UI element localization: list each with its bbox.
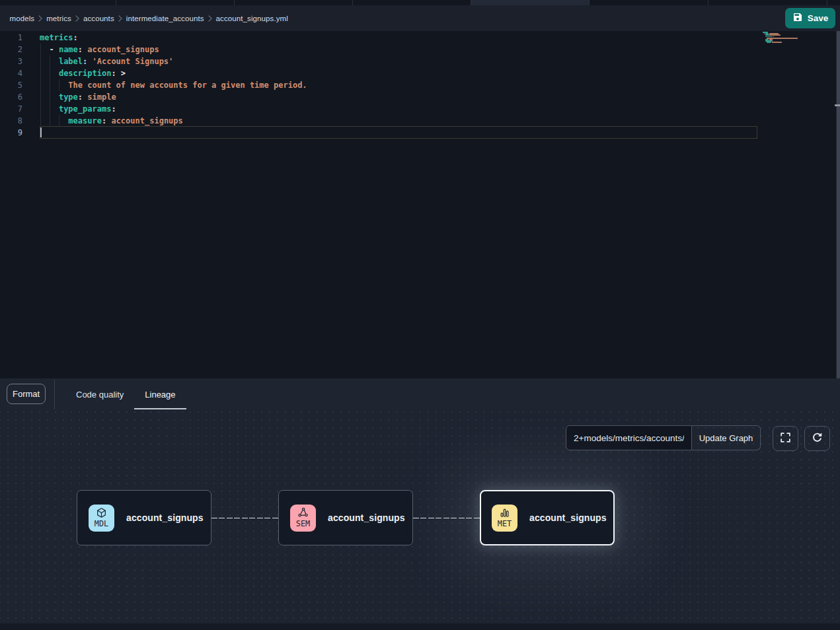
line-number: 2 <box>0 44 22 55</box>
refresh-icon <box>812 432 823 445</box>
file-tab-0[interactable] <box>0 0 116 5</box>
node-label: account_signups <box>126 512 204 523</box>
file-tab-strip <box>0 0 840 5</box>
file-tab-3[interactable] <box>353 0 471 5</box>
code-line-text: type_params: <box>40 103 116 115</box>
breadcrumb: modelsmetricsaccountsintermediate_accoun… <box>0 15 288 22</box>
code-line-6[interactable]: 6 type: simple <box>0 91 758 103</box>
line-number: 8 <box>0 115 22 127</box>
file-tab-4[interactable] <box>471 0 589 5</box>
node-badge-label: MET <box>498 519 512 528</box>
lineage-edge <box>211 518 278 519</box>
fullscreen-icon <box>780 432 791 445</box>
breadcrumb-item-accounts[interactable]: accounts <box>83 15 114 22</box>
semantic-network-icon <box>297 507 309 518</box>
breadcrumb-item-account_signups.yml[interactable]: account_signups.yml <box>216 15 288 22</box>
minimap-line <box>767 42 771 43</box>
save-button-label: Save <box>808 13 829 23</box>
editor-cursor-marker <box>835 104 840 106</box>
node-label: account_signups <box>529 512 607 523</box>
line-number: 1 <box>0 32 22 44</box>
minimap-line <box>765 34 769 36</box>
minimap-line <box>764 33 765 34</box>
update-graph-button[interactable]: Update Graph <box>692 425 761 450</box>
node-badge-mdl: MDL <box>89 505 114 532</box>
dbt-ide-app: modelsmetricsaccountsintermediate_accoun… <box>0 0 840 630</box>
code-editor[interactable]: 1metrics:2 - name: account_signups3 labe… <box>0 31 840 378</box>
node-label: account_signups <box>328 512 405 523</box>
code-line-8[interactable]: 8 measure: account_signups <box>0 115 758 127</box>
breadcrumb-item-metrics[interactable]: metrics <box>46 15 71 22</box>
code-line-7[interactable]: 7 type_params: <box>0 103 758 115</box>
node-badge-label: MDL <box>95 519 108 528</box>
lineage-canvas[interactable]: Update Graph MDLaccount_signupsSEMaccoun… <box>0 411 840 630</box>
file-tab-5[interactable] <box>590 0 708 5</box>
code-line-text: label: 'Account Signups' <box>40 55 173 67</box>
breadcrumb-item-intermediate_accounts[interactable]: intermediate_accounts <box>126 15 204 22</box>
text-cursor <box>40 127 42 137</box>
graph-toolbar: Update Graph <box>566 425 761 450</box>
minimap-line <box>769 34 780 36</box>
breadcrumb-chevron-icon <box>118 15 122 22</box>
line-number: 9 <box>0 127 22 139</box>
code-line-2[interactable]: 2 - name: account_signups <box>0 44 758 55</box>
line-number: 7 <box>0 103 22 115</box>
minimap-line <box>772 42 781 43</box>
fullscreen-button[interactable] <box>773 426 798 451</box>
code-line-1[interactable]: 1metrics: <box>0 32 758 44</box>
line-number: 3 <box>0 55 22 67</box>
code-line-text: measure: account_signups <box>40 115 183 127</box>
model-cube-icon <box>96 507 107 518</box>
panel-tab-lineage[interactable]: Lineage <box>134 378 186 410</box>
code-line-text: type: simple <box>40 91 116 103</box>
bottom-panel: Format Code qualityLineage Update Graph … <box>0 378 840 630</box>
bottom-strip <box>0 623 840 630</box>
breadcrumb-chevron-icon <box>75 15 79 22</box>
code-line-4[interactable]: 4 description: > <box>0 67 758 79</box>
code-line-text: metrics: <box>40 32 78 44</box>
line-number: 4 <box>0 67 22 79</box>
panel-header: Format Code qualityLineage <box>0 378 840 411</box>
line-number: 5 <box>0 79 22 91</box>
file-tab-2[interactable] <box>235 0 352 5</box>
lineage-node-mdl[interactable]: MDLaccount_signups <box>77 490 211 545</box>
node-badge-met: MET <box>492 505 517 532</box>
lineage-node-sem[interactable]: SEMaccount_signups <box>278 490 413 545</box>
breadcrumb-chevron-icon <box>38 15 42 22</box>
code-line-3[interactable]: 3 label: 'Account Signups' <box>0 55 758 67</box>
line-number: 6 <box>0 91 22 103</box>
breadcrumb-bar: modelsmetricsaccountsintermediate_accoun… <box>0 5 840 31</box>
lineage-edge <box>413 518 480 519</box>
save-icon <box>792 12 803 24</box>
metric-bars-icon <box>499 507 510 518</box>
file-tab-1[interactable] <box>116 0 234 5</box>
current-line-highlight <box>40 126 757 139</box>
minimap-line <box>769 34 769 36</box>
code-line-text: - name: account_signups <box>40 44 159 55</box>
code-line-5[interactable]: 5 The count of new accounts for a given … <box>0 79 758 91</box>
code-line-text: description: > <box>40 67 126 79</box>
editor-scrollbar[interactable] <box>837 31 840 378</box>
minimap[interactable] <box>758 31 836 378</box>
panel-tabs: Code qualityLineage <box>65 378 186 410</box>
node-badge-label: SEM <box>296 519 310 528</box>
file-tab-7[interactable] <box>827 0 840 5</box>
breadcrumb-chevron-icon <box>208 15 212 22</box>
file-tab-6[interactable] <box>708 0 827 5</box>
breadcrumb-item-models[interactable]: models <box>10 15 35 22</box>
lineage-node-met[interactable]: METaccount_signups <box>480 490 615 545</box>
panel-separator <box>54 380 55 409</box>
format-button[interactable]: Format <box>7 384 46 404</box>
selector-input[interactable] <box>566 425 692 450</box>
minimap-line <box>771 42 771 43</box>
code-line-text: The count of new accounts for a given ti… <box>40 79 307 91</box>
node-badge-sem: SEM <box>290 505 316 532</box>
panel-tab-code-quality[interactable]: Code quality <box>65 378 134 410</box>
save-button[interactable]: Save <box>785 8 835 28</box>
refresh-button[interactable] <box>804 426 830 451</box>
